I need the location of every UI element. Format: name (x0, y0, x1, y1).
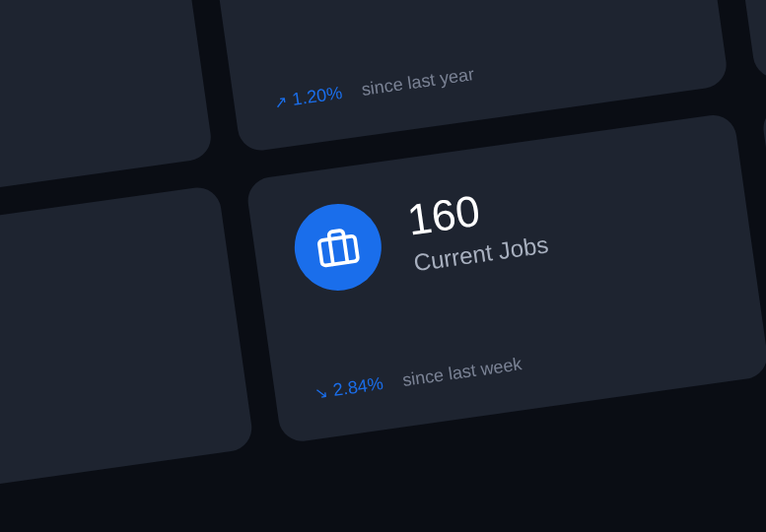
svg-rect-6 (318, 235, 358, 266)
dashboard-cards-canvas: b ce 49.65% Performance ↗ 1.20% since la… (0, 0, 766, 532)
percent-icon (248, 0, 346, 6)
stat-delta-value: 1.20% (291, 83, 343, 110)
stat-delta: ↗ 1.20% (272, 83, 343, 113)
stat-delta-value: 2.84% (332, 373, 384, 401)
arrow-up-right-icon: ↗ (272, 92, 288, 112)
stat-card: ↘ 2.84 (720, 0, 766, 81)
stat-since: since last week (401, 354, 523, 391)
stat-since: since last year (360, 64, 475, 100)
arrow-down-right-icon: ↘ (313, 382, 329, 403)
stat-card-current-jobs: 160 Current Jobs ↘ 2.84% since last week (245, 112, 766, 444)
briefcase-icon (289, 198, 386, 296)
stat-delta: ↘ 2.84% (313, 373, 384, 404)
stat-card (0, 184, 254, 516)
